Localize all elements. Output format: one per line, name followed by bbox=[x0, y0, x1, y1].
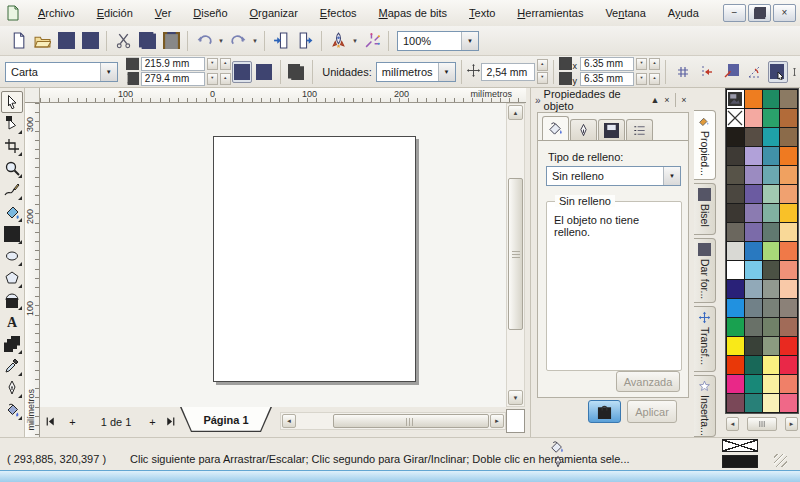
blend-tool-button[interactable] bbox=[1, 333, 23, 355]
vertical-ruler[interactable]: milímetros 300200100 bbox=[25, 103, 40, 437]
color-swatch[interactable] bbox=[780, 147, 797, 165]
color-swatch[interactable] bbox=[745, 242, 762, 260]
drawing-page[interactable] bbox=[213, 136, 416, 382]
undo-button[interactable] bbox=[192, 29, 216, 53]
color-swatch[interactable] bbox=[727, 394, 744, 412]
menu-texto[interactable]: Texto bbox=[458, 2, 506, 24]
chevron-down-icon[interactable]: ▼ bbox=[438, 63, 455, 81]
snap-objects-button[interactable] bbox=[720, 61, 742, 83]
print-button[interactable] bbox=[78, 29, 102, 53]
first-page-button[interactable] bbox=[42, 413, 59, 430]
spin-up[interactable]: ▲ bbox=[537, 59, 548, 71]
horizontal-scroll-thumb[interactable] bbox=[333, 414, 489, 428]
advanced-button[interactable]: Avanzada bbox=[616, 371, 680, 392]
color-swatch[interactable] bbox=[745, 375, 762, 393]
color-swatch[interactable] bbox=[727, 242, 744, 260]
color-swatch[interactable] bbox=[727, 261, 744, 279]
freehand-tool-button[interactable] bbox=[1, 179, 23, 201]
zoom-tool-button[interactable] bbox=[1, 157, 23, 179]
chevron-down-icon[interactable]: ▼ bbox=[100, 63, 117, 81]
menu-ver[interactable]: Ver bbox=[144, 2, 183, 24]
docker-side-tab-darfor[interactable]: Dar for... bbox=[694, 238, 716, 303]
color-swatch[interactable] bbox=[780, 166, 797, 184]
pick-tool-button[interactable] bbox=[1, 91, 23, 113]
color-swatch[interactable] bbox=[745, 356, 762, 374]
color-swatch[interactable] bbox=[745, 299, 762, 317]
color-swatch[interactable] bbox=[780, 90, 797, 108]
close-docker-group-button[interactable]: × bbox=[678, 93, 690, 107]
spin-up[interactable]: ▲ bbox=[220, 73, 231, 85]
color-swatch[interactable] bbox=[763, 204, 780, 222]
color-swatch[interactable] bbox=[780, 223, 797, 241]
color-swatch[interactable] bbox=[763, 318, 780, 336]
transparency-tab[interactable] bbox=[598, 119, 625, 140]
lock-button[interactable] bbox=[588, 400, 621, 423]
last-page-button[interactable] bbox=[162, 413, 179, 430]
shape-tool-button[interactable] bbox=[1, 113, 23, 135]
menu-edici-n[interactable]: Edición bbox=[86, 2, 144, 24]
color-swatch[interactable] bbox=[727, 166, 744, 184]
duplicate-x-field[interactable]: 6.35 mm bbox=[580, 57, 634, 71]
docker-side-tab-propied[interactable]: Propied... bbox=[694, 110, 716, 180]
color-swatch[interactable] bbox=[780, 261, 797, 279]
color-swatch[interactable] bbox=[763, 128, 780, 146]
color-swatch[interactable] bbox=[763, 280, 780, 298]
menu-archivo[interactable]: Archivo bbox=[27, 2, 86, 24]
polygon-tool-button[interactable] bbox=[1, 267, 23, 289]
scroll-right-button[interactable]: ► bbox=[490, 414, 504, 428]
chevron-down-icon[interactable]: ▼ bbox=[663, 167, 680, 185]
fill-tab[interactable] bbox=[542, 116, 569, 140]
snap-guidelines-button[interactable] bbox=[696, 61, 718, 83]
color-swatch[interactable] bbox=[745, 280, 762, 298]
color-swatch[interactable] bbox=[763, 242, 780, 260]
color-swatch[interactable] bbox=[727, 204, 744, 222]
color-swatch[interactable] bbox=[727, 223, 744, 241]
open-button[interactable] bbox=[30, 29, 54, 53]
close-button[interactable]: × bbox=[773, 4, 796, 22]
scroll-down-button[interactable]: ▼ bbox=[508, 390, 523, 405]
color-swatch[interactable] bbox=[727, 337, 744, 355]
color-swatch[interactable] bbox=[763, 223, 780, 241]
chevron-down-icon[interactable]: ▼ bbox=[461, 32, 478, 50]
color-swatch[interactable] bbox=[745, 90, 762, 108]
color-swatch[interactable] bbox=[780, 185, 797, 203]
color-swatch[interactable] bbox=[780, 375, 797, 393]
vertical-scrollbar[interactable]: ▲ ▼ bbox=[506, 103, 525, 407]
welcome-screen-button[interactable] bbox=[360, 29, 384, 53]
text-properties-button[interactable] bbox=[790, 61, 799, 83]
treat-as-filled-button[interactable] bbox=[768, 61, 788, 83]
ruler-origin-corner[interactable] bbox=[25, 88, 40, 103]
color-swatch[interactable] bbox=[745, 147, 762, 165]
color-swatch[interactable] bbox=[780, 109, 797, 127]
spin-down[interactable]: ▼ bbox=[207, 58, 218, 70]
color-swatch[interactable] bbox=[745, 166, 762, 184]
paper-width-field[interactable]: 215.9 mm bbox=[141, 57, 205, 71]
snap-grid-button[interactable] bbox=[672, 61, 694, 83]
color-swatch[interactable] bbox=[727, 128, 744, 146]
color-swatch[interactable] bbox=[780, 280, 797, 298]
color-swatch[interactable] bbox=[763, 147, 780, 165]
scroll-up-button[interactable]: ▲ bbox=[508, 105, 523, 120]
paste-button[interactable] bbox=[159, 29, 183, 53]
color-swatch[interactable] bbox=[780, 318, 797, 336]
color-swatch[interactable] bbox=[763, 90, 780, 108]
spin-up[interactable]: ▲ bbox=[220, 58, 231, 70]
nudge-field[interactable]: 2,54 mm bbox=[481, 63, 534, 81]
collapse-docker-button[interactable]: ▲ bbox=[649, 93, 661, 107]
spin-up[interactable]: ▲ bbox=[649, 58, 660, 70]
color-swatch[interactable] bbox=[745, 223, 762, 241]
horizontal-scrollbar[interactable]: ◄ ► bbox=[280, 412, 506, 430]
text-tool-button[interactable]: A bbox=[1, 311, 23, 333]
palette-options-cell[interactable] bbox=[727, 90, 744, 108]
menu-dise-o[interactable]: Diseño bbox=[182, 2, 238, 24]
paper-height-field[interactable]: 279.4 mm bbox=[141, 72, 205, 86]
paper-size-combo[interactable]: Carta ▼ bbox=[5, 62, 118, 82]
rectangle-tool-button[interactable] bbox=[1, 223, 23, 245]
color-swatch[interactable] bbox=[745, 185, 762, 203]
undo-dropdown[interactable]: ▼ bbox=[216, 29, 226, 53]
color-swatch[interactable] bbox=[763, 299, 780, 317]
resize-grip[interactable] bbox=[774, 454, 787, 467]
color-swatch[interactable] bbox=[763, 394, 780, 412]
color-swatch[interactable] bbox=[780, 337, 797, 355]
palette-scroll-right-button[interactable]: ► bbox=[785, 417, 798, 431]
